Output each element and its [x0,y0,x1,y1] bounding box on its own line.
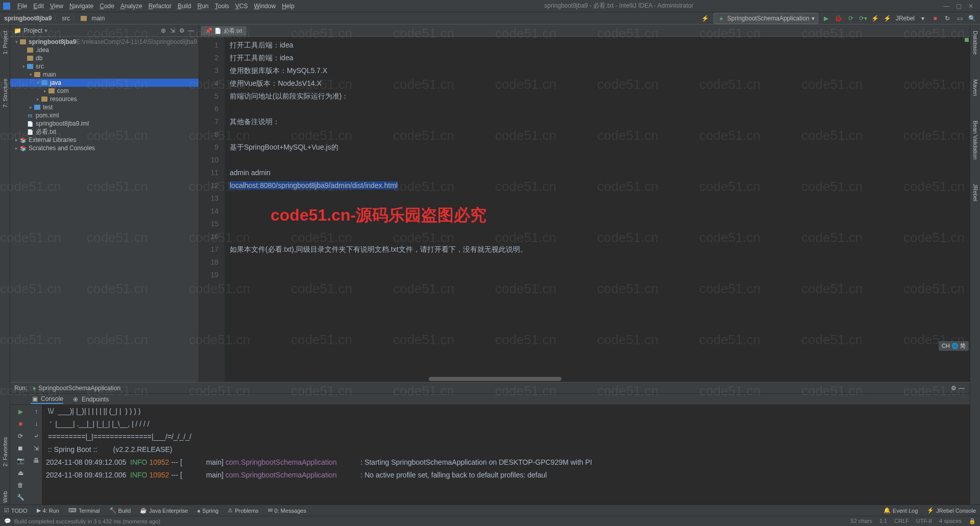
toolwin-problems[interactable]: ⚠Problems [228,507,258,514]
tool-tab-maven[interactable]: Maven [971,77,979,98]
stop-button[interactable]: ■ [16,419,25,428]
expand-all-icon[interactable]: ⇲ [168,27,177,34]
delete-button[interactable]: 🗑 [16,481,25,490]
dropdown-arrow-icon[interactable]: ▾ [44,27,47,34]
run-config-name[interactable]: SpringbootSchemaApplication [38,385,120,392]
close-window-button[interactable]: ✕ [965,3,977,10]
toolwin-build[interactable]: 🔨Build [109,507,131,514]
tree-node[interactable]: 📄必看.txt [10,128,199,136]
run-config-selector[interactable]: ♠ SpringbootSchemaApplication ▾ [714,13,818,24]
breadcrumb-segment[interactable]: springboot8jba9 [4,15,52,22]
tree-node[interactable]: ▸test [10,103,199,111]
jrebel-debug-icon[interactable]: ⚡ [884,14,892,22]
toolwin-4-run[interactable]: ▶4: Run [37,507,59,514]
tree-node[interactable]: ▾java [10,79,199,87]
menu-code[interactable]: Code [96,2,117,11]
search-everywhere-button[interactable]: 🔍 [968,14,976,22]
tree-node[interactable]: 📄springboot8jba9.iml [10,119,199,128]
tree-node[interactable]: .idea [10,46,199,54]
restart-button[interactable]: ⟳ [16,432,25,441]
stop-button[interactable]: ■ [931,14,939,22]
toolwin-spring[interactable]: ♠Spring [197,507,218,514]
tool-tab-jrebel[interactable]: JRebel [971,182,979,203]
debug-button[interactable]: 🐞 [835,14,843,22]
project-panel-title[interactable]: Project [23,27,42,34]
menu-file[interactable]: File [14,2,30,11]
tool-tab-bean-validation[interactable]: Bean Validation [971,118,979,161]
menu-refactor[interactable]: Refactor [145,2,175,11]
minimize-button[interactable]: — [940,3,952,10]
toolwin-0-messages[interactable]: ✉0: Messages [268,507,306,514]
toolwin-jrebel-console[interactable]: ⚡JRebel Console [927,507,976,514]
status-field[interactable]: 1:1 [879,518,887,524]
scroll-up-button[interactable]: ↑ [32,407,41,416]
tool-tab-favorites[interactable]: 2: Favorites [1,435,9,468]
tool-tab-web[interactable]: Web [1,489,9,505]
menu-vcs[interactable]: VCS [232,2,251,11]
toolwin-java-enterprise[interactable]: ☕Java Enterprise [140,507,188,514]
tree-node[interactable]: ▸com [10,87,199,95]
profile-button[interactable]: ⟳▾ [859,14,867,22]
breadcrumb[interactable]: springboot8jba9〉src〉main [4,14,105,22]
layout-button[interactable]: ▭ [955,14,964,22]
toolwin-event-log[interactable]: 🔔Event Log [884,507,918,514]
toolwin-terminal[interactable]: ⌨Terminal [68,507,100,514]
dump-threads-button[interactable]: 📷 [16,456,25,465]
scroll-down-button[interactable]: ↓ [32,419,41,428]
menu-help[interactable]: Help [279,2,298,11]
horizontal-scrollbar[interactable] [429,377,561,381]
maximize-button[interactable]: ▢ [952,3,965,10]
console-output[interactable]: \\/ ___)| |_)| | | | | || (_| | ) ) ) ) … [42,405,970,505]
tool-tab-structure[interactable]: 7: Structure [1,77,9,110]
menu-analyze[interactable]: Analyze [117,2,145,11]
tree-root[interactable]: ▾springboot8jba9 E:\releaseComp\24-11\14… [10,38,199,46]
menu-build[interactable]: Build [175,2,194,11]
console-tab[interactable]: ▣ Console [31,395,63,404]
endpoints-tab[interactable]: ⊕ Endpoints [71,395,109,403]
update-button[interactable]: ↻ [943,14,951,22]
rerun-button[interactable]: ▶ [16,407,25,416]
tool-tab-project[interactable]: 1: Project [1,29,9,56]
toolwin-todo[interactable]: ☑TODO [4,507,28,514]
tree-node[interactable]: db [10,54,199,62]
menu-tools[interactable]: Tools [212,2,232,11]
scroll-to-end-button[interactable]: ⇲ [32,444,41,453]
jrebel-run-icon[interactable]: ⚡ [871,14,879,22]
locate-icon[interactable]: ⊕ [159,27,168,34]
tree-node[interactable]: ▸📚External Libraries [10,136,199,144]
tree-node[interactable]: ▸📚Scratches and Consoles [10,144,199,152]
hide-panel-icon[interactable]: — [186,27,195,34]
tree-node[interactable]: mpom.xml [10,111,199,119]
tree-node[interactable]: ▾main [10,70,199,79]
tool-tab-database[interactable]: Database [971,29,979,57]
coverage-button[interactable]: ⟳ [847,14,855,22]
jrebel-settings-icon[interactable]: ▾ [919,14,927,22]
project-tree[interactable]: ▾springboot8jba9 E:\releaseComp\24-11\14… [10,37,199,382]
menu-navigate[interactable]: Navigate [66,2,96,11]
pin-tab-button[interactable]: 🔧 [16,493,25,502]
print-button[interactable]: 🖶 [32,456,41,465]
breadcrumb-segment[interactable]: src [62,15,70,22]
lock-icon[interactable]: 🔒 [969,518,976,524]
tree-node[interactable]: ▾src [10,62,199,70]
menu-view[interactable]: View [47,2,66,11]
menu-edit[interactable]: Edit [30,2,47,11]
run-button[interactable]: ▶ [822,14,830,22]
status-field[interactable]: CRLF [894,518,909,524]
editor-content[interactable]: 打开工具后端：idea打开工具前端：idea使用数据库版本：MySQL5.7.X… [225,37,970,382]
tree-node[interactable]: ▸resources [10,95,199,103]
editor-tab[interactable]: 📌 📄 必看.txt [201,26,247,36]
settings-gear-icon[interactable]: ⚙ [177,27,186,34]
exit-button[interactable]: ⏏ [16,468,25,477]
bolt-icon[interactable]: ⚡ [701,14,709,22]
status-bubble-icon[interactable]: 💬 [4,518,11,524]
menu-window[interactable]: Window [251,2,279,11]
status-field[interactable]: 52 chars [851,518,872,524]
status-field[interactable]: 4 spaces [939,518,962,524]
soft-wrap-button[interactable]: ⤶ [32,432,41,441]
run-hide-icon[interactable]: — [958,384,966,392]
stop-all-button[interactable]: ⏹ [16,444,25,453]
run-settings-icon[interactable]: ⚙ [949,384,958,392]
status-field[interactable]: UTF-8 [916,518,932,524]
breadcrumb-segment[interactable]: main [91,15,105,22]
